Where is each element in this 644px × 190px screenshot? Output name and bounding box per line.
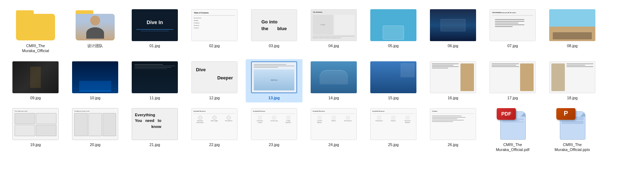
file-18jpg[interactable]: 18.jpg bbox=[544, 59, 601, 102]
file-09jpg-label: 09.jpg bbox=[30, 95, 41, 100]
file-10jpg[interactable]: 10.jpg bbox=[67, 59, 124, 102]
file-08jpg-label: 08.jpg bbox=[567, 43, 578, 48]
file-15jpg-label: 15.jpg bbox=[388, 95, 399, 100]
file-23jpg-label: 23.jpg bbox=[269, 142, 279, 147]
file-24jpg[interactable]: Included Services Local Golf Activities … bbox=[305, 106, 362, 149]
file-20jpg-label: 20.jpg bbox=[90, 142, 100, 147]
file-13jpg-label: 13.jpg bbox=[268, 95, 280, 100]
file-14jpg-label: 14.jpg bbox=[328, 95, 339, 100]
file-05jpg-label: 05.jpg bbox=[388, 43, 399, 48]
file-04jpg[interactable]: THE MURAKA floor plan Description text a… bbox=[305, 7, 362, 50]
file-10jpg-label: 10.jpg bbox=[90, 95, 100, 100]
file-21jpg[interactable]: Everything You need to know 21.jpg bbox=[126, 106, 183, 149]
folder-cmri-label: CMRI_The Muraka_Official bbox=[12, 43, 59, 54]
file-17jpg[interactable]: 17.jpg bbox=[484, 59, 541, 102]
file-20jpg[interactable]: The Above-Ocean Level 20.jpg bbox=[67, 106, 124, 149]
file-pptx[interactable]: P CMRI_The Muraka_Official.pptx bbox=[544, 106, 601, 155]
file-01jpg[interactable]: Dive In 01.jpg bbox=[126, 7, 183, 50]
file-15jpg[interactable]: 15.jpg bbox=[365, 59, 422, 102]
file-grid: CMRI_The Muraka_Official 设计团队 bbox=[7, 7, 637, 154]
file-01jpg-label: 01.jpg bbox=[149, 43, 160, 48]
file-09jpg[interactable]: 09.jpg bbox=[7, 59, 64, 102]
file-16jpg-label: 16.jpg bbox=[448, 95, 458, 100]
file-02jpg[interactable]: Table of Contents Introduction Design Fe… bbox=[186, 7, 243, 50]
file-25jpg-label: 25.jpg bbox=[388, 142, 399, 147]
file-07jpg[interactable]: THE MURAKA sets yet all the most... 07.j… bbox=[484, 7, 541, 50]
file-19jpg[interactable]: The Undersea Level 19.jpg bbox=[7, 106, 64, 149]
file-12jpg[interactable]: Dive Deeper 12.jpg bbox=[186, 59, 243, 102]
file-11jpg[interactable]: 11.jpg bbox=[126, 59, 183, 102]
file-19jpg-label: 19.jpg bbox=[30, 142, 41, 147]
file-pptx-label: CMRI_The Muraka_Official.pptx bbox=[549, 142, 595, 152]
file-05jpg[interactable]: 05.jpg bbox=[365, 7, 422, 50]
file-13jpg[interactable]: detail view 13.jpg bbox=[246, 59, 302, 102]
file-03jpg-label: 03.jpg bbox=[269, 43, 279, 48]
folder-cmri[interactable]: CMRI_The Muraka_Official bbox=[7, 7, 64, 56]
file-22jpg-label: 22.jpg bbox=[209, 142, 220, 147]
file-23jpg[interactable]: Included Services Interventions + Scienc… bbox=[246, 106, 302, 149]
file-24jpg-label: 24.jpg bbox=[328, 142, 339, 147]
file-pdf-label: CMRI_The Muraka_Official.pdf bbox=[490, 142, 536, 152]
file-26jpg[interactable]: Contact 26.jpg bbox=[425, 106, 481, 149]
file-06jpg[interactable]: 06.jpg bbox=[425, 7, 481, 50]
file-25jpg[interactable]: Included Services Pre-Experience Departu… bbox=[365, 106, 422, 149]
file-06jpg-label: 06.jpg bbox=[448, 43, 458, 48]
folder-team[interactable]: 设计团队 bbox=[67, 7, 124, 50]
file-16jpg[interactable]: 16.jpg bbox=[425, 59, 481, 102]
folder-team-label: 设计团队 bbox=[87, 43, 103, 48]
file-21jpg-label: 21.jpg bbox=[149, 142, 160, 147]
file-22jpg[interactable]: Included Services Reservation Shuttle Sy… bbox=[186, 106, 243, 149]
file-04jpg-label: 04.jpg bbox=[328, 43, 339, 48]
file-26jpg-label: 26.jpg bbox=[448, 142, 458, 147]
file-08jpg[interactable]: 08.jpg bbox=[544, 7, 601, 50]
file-11jpg-label: 11.jpg bbox=[149, 95, 160, 100]
file-07jpg-label: 07.jpg bbox=[507, 43, 518, 48]
file-18jpg-label: 18.jpg bbox=[567, 95, 578, 100]
file-17jpg-label: 17.jpg bbox=[507, 95, 518, 100]
file-14jpg[interactable]: 14.jpg bbox=[305, 59, 362, 102]
file-pdf[interactable]: PDF CMRI_The Muraka_Official.pdf bbox=[484, 106, 541, 155]
file-03jpg[interactable]: Go into the blue 03.jpg bbox=[246, 7, 302, 50]
file-02jpg-label: 02.jpg bbox=[209, 43, 220, 48]
file-12jpg-label: 12.jpg bbox=[209, 95, 220, 100]
